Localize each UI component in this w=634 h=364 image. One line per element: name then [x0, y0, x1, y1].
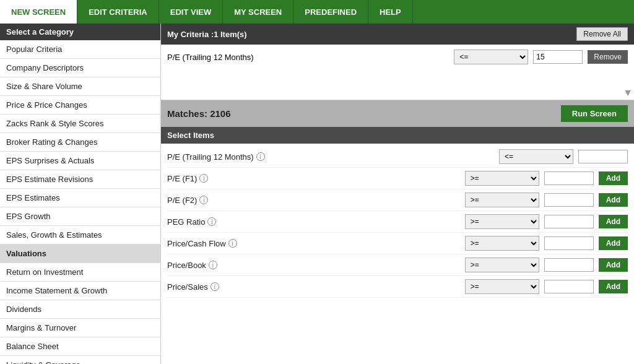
tab-new-screen[interactable]: NEW SCREEN	[0, 0, 77, 24]
item-label-6: Price/Sales i	[167, 282, 460, 292]
item-operator-5[interactable]: >= <= =	[465, 258, 539, 272]
criteria-bar-title: My Criteria :1 Item(s)	[167, 30, 247, 39]
sidebar-item-balance-sheet[interactable]: Balance Sheet	[0, 337, 160, 356]
sidebar-item-return-on-investment[interactable]: Return on Investment	[0, 263, 160, 282]
item-row-4: Price/Cash Flow i >= <= = Add	[167, 233, 628, 254]
criteria-bar: My Criteria :1 Item(s) Remove All	[161, 24, 634, 45]
add-button-3[interactable]: Add	[599, 215, 628, 228]
add-button-6[interactable]: Add	[599, 280, 628, 293]
item-value-5[interactable]	[544, 258, 594, 272]
sidebar-item-company-descriptors[interactable]: Company Descriptors	[0, 59, 160, 77]
item-value-0[interactable]	[578, 150, 628, 163]
tab-edit-criteria[interactable]: EDIT CRITERIA	[77, 0, 159, 24]
sidebar-item-price-price-changes[interactable]: Price & Price Changes	[0, 96, 160, 115]
item-label-4: Price/Cash Flow i	[167, 239, 460, 248]
item-label-0: P/E (Trailing 12 Months) i	[167, 152, 494, 162]
sidebar-item-zacks-rank-style[interactable]: Zacks Rank & Style Scores	[0, 115, 160, 133]
top-nav: NEW SCREEN EDIT CRITERIA EDIT VIEW MY SC…	[0, 0, 634, 24]
content-area: My Criteria :1 Item(s) Remove All P/E (T…	[161, 24, 634, 364]
sidebar: Select a Category Popular Criteria Compa…	[0, 24, 161, 364]
item-value-2[interactable]	[544, 193, 594, 207]
info-icon-3[interactable]: i	[207, 217, 216, 226]
sidebar-item-dividends[interactable]: Dividends	[0, 300, 160, 319]
item-label-3: PEG Ratio i	[167, 217, 460, 227]
item-label-5: Price/Book i	[167, 261, 460, 270]
main-layout: Select a Category Popular Criteria Compa…	[0, 24, 634, 364]
item-value-1[interactable]	[544, 171, 594, 185]
sidebar-item-size-share-volume[interactable]: Size & Share Volume	[0, 77, 160, 96]
item-label-2: P/E (F2) i	[167, 196, 460, 205]
item-value-3[interactable]	[544, 215, 594, 228]
sidebar-item-sales-growth-estimates[interactable]: Sales, Growth & Estimates	[0, 226, 160, 245]
info-icon-5[interactable]: i	[209, 261, 217, 269]
criteria-row-0: P/E (Trailing 12 Months) <= >= = < > Rem…	[167, 50, 628, 64]
item-row-5: Price/Book i >= <= = Add	[167, 254, 628, 276]
item-label-1: P/E (F1) i	[167, 174, 460, 183]
sidebar-item-eps-growth[interactable]: EPS Growth	[0, 207, 160, 226]
remove-all-button[interactable]: Remove All	[576, 27, 628, 41]
item-value-4[interactable]	[544, 236, 594, 250]
select-items-body: P/E (Trailing 12 Months) i <= >= = P/E (…	[161, 144, 634, 364]
item-row-1: P/E (F1) i >= <= = Add	[167, 168, 628, 189]
item-operator-1[interactable]: >= <= =	[465, 171, 539, 186]
tab-help[interactable]: HELP	[368, 0, 413, 24]
sidebar-item-liquidity-coverage[interactable]: Liquidity & Coverage	[0, 356, 160, 364]
sidebar-item-margins-turnover[interactable]: Margins & Turnover	[0, 319, 160, 337]
info-icon-1[interactable]: i	[199, 174, 208, 183]
item-operator-2[interactable]: >= <= =	[465, 193, 539, 207]
item-operator-4[interactable]: >= <= =	[465, 236, 539, 251]
item-row-3: PEG Ratio i >= <= = Add	[167, 211, 628, 233]
tab-my-screen[interactable]: MY SCREEN	[223, 0, 293, 24]
item-row-2: P/E (F2) i >= <= = Add	[167, 189, 628, 211]
item-row-6: Price/Sales i >= <= = Add	[167, 276, 628, 298]
criteria-list: P/E (Trailing 12 Months) <= >= = < > Rem…	[161, 45, 634, 100]
item-row-0: P/E (Trailing 12 Months) i <= >= =	[167, 146, 628, 168]
add-button-2[interactable]: Add	[599, 193, 628, 207]
criteria-label-0: P/E (Trailing 12 Months)	[167, 53, 449, 62]
sidebar-header: Select a Category	[0, 24, 160, 40]
item-operator-6[interactable]: >= <= =	[465, 279, 539, 294]
criteria-operator-0[interactable]: <= >= = < >	[454, 50, 528, 64]
add-button-4[interactable]: Add	[599, 236, 628, 250]
item-operator-0[interactable]: <= >= =	[499, 149, 573, 164]
add-button-1[interactable]: Add	[599, 171, 628, 185]
criteria-value-0[interactable]	[533, 50, 583, 64]
info-icon-6[interactable]: i	[211, 282, 219, 291]
scroll-indicator: ▼	[623, 87, 633, 98]
matches-text: Matches: 2106	[167, 108, 231, 119]
item-operator-3[interactable]: >= <= =	[465, 214, 539, 229]
info-icon-2[interactable]: i	[199, 196, 208, 204]
sidebar-item-eps-estimates[interactable]: EPS Estimates	[0, 189, 160, 207]
sidebar-item-popular-criteria[interactable]: Popular Criteria	[0, 40, 160, 59]
tab-predefined[interactable]: PREDEFINED	[293, 0, 368, 24]
sidebar-item-eps-surprises-actuals[interactable]: EPS Surprises & Actuals	[0, 152, 160, 170]
sidebar-item-income-statement-growth[interactable]: Income Statement & Growth	[0, 282, 160, 300]
remove-button-0[interactable]: Remove	[588, 50, 628, 64]
tab-edit-view[interactable]: EDIT VIEW	[159, 0, 223, 24]
info-icon-4[interactable]: i	[228, 239, 237, 248]
run-screen-button[interactable]: Run Screen	[561, 105, 628, 122]
item-value-6[interactable]	[544, 280, 594, 293]
matches-bar: Matches: 2106 Run Screen	[161, 100, 634, 127]
sidebar-item-eps-estimate-revisions[interactable]: EPS Estimate Revisions	[0, 170, 160, 189]
sidebar-item-valuations[interactable]: Valuations	[0, 245, 160, 263]
info-icon-0[interactable]: i	[256, 152, 265, 161]
add-button-5[interactable]: Add	[599, 258, 628, 272]
sidebar-item-broker-rating-changes[interactable]: Broker Rating & Changes	[0, 133, 160, 152]
select-items-header: Select Items	[161, 127, 634, 144]
